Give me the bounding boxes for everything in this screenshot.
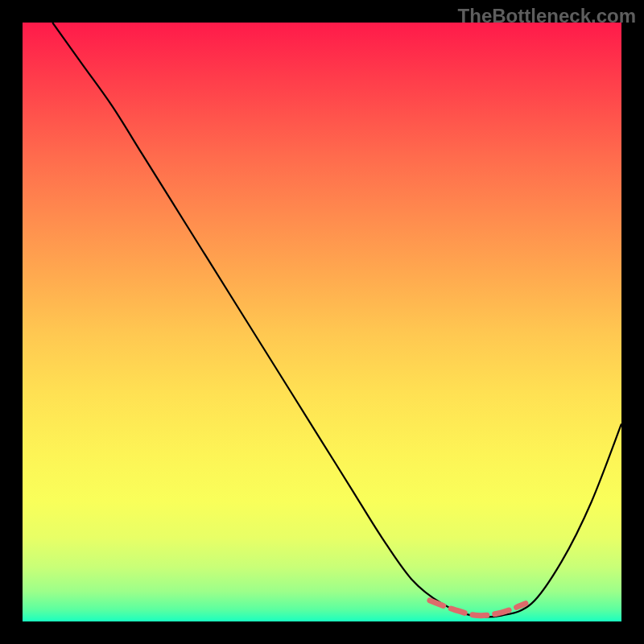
chart-plot-area — [23, 23, 621, 621]
highlight-path — [430, 601, 526, 616]
watermark-text: TheBottleneck.com — [458, 5, 636, 27]
chart-highlight — [23, 23, 621, 621]
